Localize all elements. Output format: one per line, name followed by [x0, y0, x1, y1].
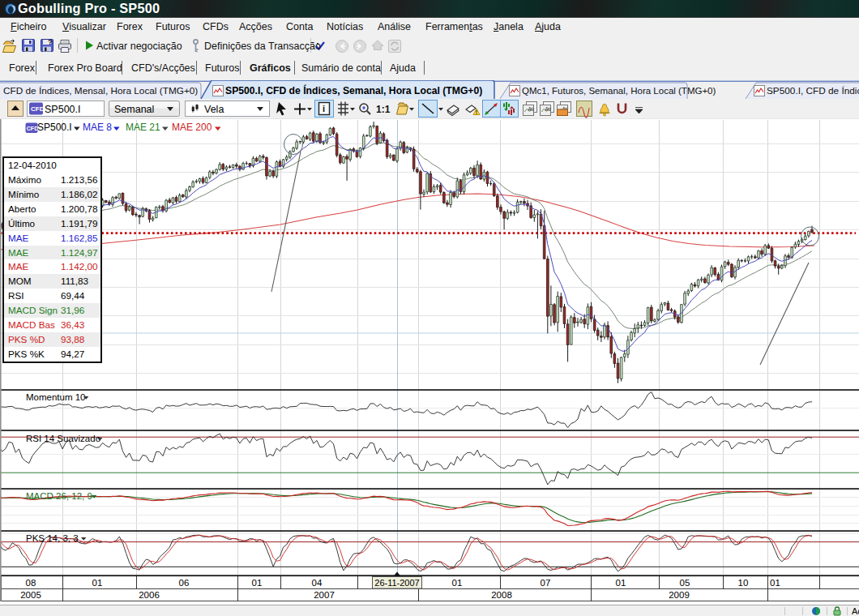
- svg-text:SP500.I, CFD de Índices: SP500.I, CFD de Índices: [767, 85, 859, 96]
- svg-text:08: 08: [26, 578, 36, 588]
- svg-text:Av: Av: [545, 106, 552, 112]
- svg-text:!: !: [476, 109, 477, 115]
- svg-text:Momentum 10: Momentum 10: [26, 392, 86, 402]
- svg-text:01: 01: [252, 578, 263, 588]
- svg-text:01: 01: [616, 578, 626, 588]
- svg-text:MACD 26, 12, 9: MACD 26, 12, 9: [26, 491, 92, 501]
- svg-text:06: 06: [179, 578, 190, 588]
- svg-text:2005: 2005: [20, 590, 41, 600]
- svg-text:04: 04: [312, 578, 323, 588]
- svg-text:SP500.I: SP500.I: [45, 104, 80, 115]
- svg-text:2007: 2007: [314, 590, 335, 600]
- svg-text:07: 07: [541, 578, 551, 588]
- svg-text:10: 10: [738, 578, 749, 588]
- svg-text:01: 01: [92, 578, 103, 588]
- svg-text:QMc1, Futuros, Semanal, Hora L: QMc1, Futuros, Semanal, Hora Local (TMG+…: [522, 86, 716, 96]
- svg-text:CFD: CFD: [27, 126, 38, 131]
- svg-text:?: ?: [48, 38, 53, 46]
- svg-text:Vela: Vela: [204, 104, 224, 115]
- svg-text:01: 01: [452, 578, 463, 588]
- svg-text:2009: 2009: [669, 590, 690, 600]
- svg-text:CFD de Índices, Mensal, Hora L: CFD de Índices, Mensal, Hora Local (TMG+…: [3, 85, 198, 96]
- svg-text:RSI 14 Suavizado: RSI 14 Suavizado: [26, 434, 100, 443]
- svg-text:05: 05: [680, 578, 690, 588]
- svg-text:2008: 2008: [491, 590, 512, 600]
- svg-text:2006: 2006: [139, 590, 160, 600]
- svg-text:CFD: CFD: [31, 105, 45, 113]
- svg-text:26-11-2007: 26-11-2007: [374, 578, 419, 588]
- svg-text:Av: Av: [528, 106, 535, 112]
- svg-text:Semanal: Semanal: [114, 104, 154, 115]
- svg-text:1:1: 1:1: [376, 104, 391, 115]
- svg-text:SP500.I, CFD de Índices, Seman: SP500.I, CFD de Índices, Semanal, Hora L…: [225, 84, 482, 96]
- svg-text:i: i: [323, 104, 325, 113]
- svg-text:01: 01: [770, 578, 780, 588]
- svg-text:PKS 14, 3, 3: PKS 14, 3, 3: [26, 533, 79, 543]
